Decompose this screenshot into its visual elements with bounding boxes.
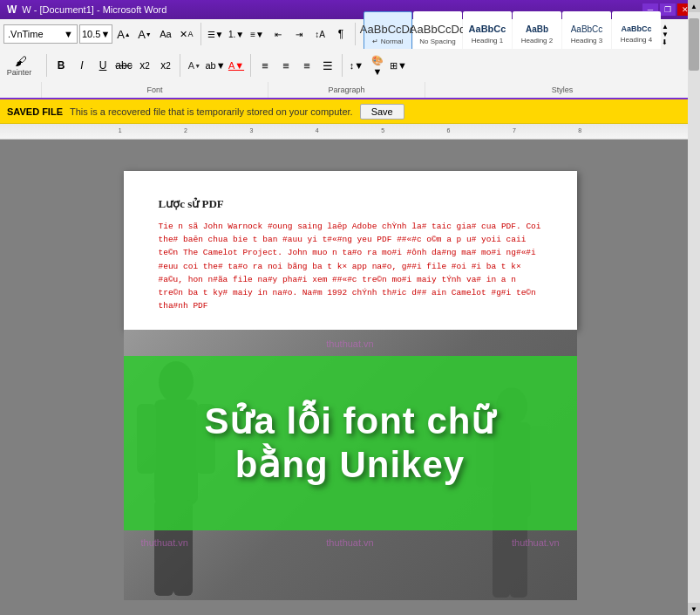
align-right-button[interactable]: ≡ [297, 56, 316, 75]
style-heading1-preview: AaBbCc [469, 24, 506, 35]
ribbon-row2: 🖌 Painter B I U abc x2 x2 A▼ ab▼ A▼ ≡ ≡ … [0, 49, 700, 82]
ribbon: .VnTime ▼ 10.5 ▼ A▲ A▼ Aa ✕A ☰▼ 1.▼ ≡▼ ⇤… [0, 19, 700, 99]
ribbon-labels-row: Font Paragraph Styles [0, 82, 700, 99]
document-page: Lược sử PDF Tie n sã John Warnock #oung … [124, 171, 577, 330]
style-heading3-label: Heading 3 [571, 37, 602, 44]
scrollbar-down-arrow[interactable]: ▼ [688, 603, 700, 615]
document-scroll[interactable]: Lược sử PDF Tie n sã John Warnock #oung … [0, 140, 700, 615]
multilevel-list-button[interactable]: ≡▼ [248, 24, 267, 44]
vertical-scrollbar[interactable]: ▲ ▼ [688, 140, 700, 615]
style-heading4-label: Heading 4 [621, 36, 652, 44]
style-heading1-label: Heading 1 [472, 37, 503, 44]
painter-group: 🖌 Painter [3, 54, 38, 77]
justify-button[interactable]: ☰ [318, 56, 337, 75]
decrease-indent-button[interactable]: ⇤ [268, 24, 288, 44]
ruler-numbers: 1 2 3 4 5 6 7 8 [0, 127, 700, 133]
ruler: ▼ 1 2 3 4 5 6 7 8 [0, 124, 700, 140]
banner-title-line1: Sửa lỗi font chữ [204, 400, 495, 443]
style-no-spacing-label: No Spacing [419, 38, 455, 45]
app-icon: W [7, 3, 17, 16]
styles-up-arrow[interactable]: ▲ [662, 23, 674, 31]
styles-more-arrow[interactable]: ⬇ [662, 38, 674, 46]
bullets-button[interactable]: ☰▼ [206, 24, 225, 44]
text-effects-button[interactable]: A▼ [185, 56, 204, 75]
infobar-label: SAVED FILE [7, 106, 63, 117]
shading-button[interactable]: 🎨▼ [368, 56, 387, 75]
font-shrink-button[interactable]: A▼ [135, 24, 154, 44]
increase-indent-button[interactable]: ⇥ [289, 24, 309, 44]
numbering-button[interactable]: 1.▼ [227, 24, 246, 44]
highlight-color-button[interactable]: ab▼ [206, 56, 225, 75]
strikethrough-button[interactable]: abc [114, 56, 133, 75]
watermark-bottom-left: thuthuat.vn [141, 537, 188, 548]
green-overlay: Sửa lỗi font chữ bằng Unikey [124, 356, 577, 530]
styles-down-arrow[interactable]: ▼ [662, 31, 674, 38]
font-name-dropdown[interactable]: .VnTime ▼ [3, 24, 78, 44]
font-size-arrow: ▼ [100, 29, 110, 39]
sep-painter [46, 54, 47, 77]
ribbon-row1: .VnTime ▼ 10.5 ▼ A▲ A▼ Aa ✕A ☰▼ 1.▼ ≡▼ ⇤… [0, 19, 700, 49]
underline-button[interactable]: U [93, 56, 112, 75]
label-font: Font [42, 82, 268, 98]
style-heading3-preview: AaBbCc [571, 24, 603, 35]
watermark-bottom-right: thuthuat.vn [512, 537, 559, 548]
borders-button[interactable]: ⊞▼ [389, 56, 408, 75]
superscript-button[interactable]: x2 [156, 56, 175, 75]
document-title: Lược sử PDF [159, 197, 542, 211]
painter-label: Painter [2, 68, 37, 77]
sep-color [250, 54, 251, 77]
font-color-button[interactable]: A▼ [227, 56, 246, 75]
banner-title-line2: bằng Unikey [235, 443, 465, 487]
bold-button[interactable]: B [51, 56, 71, 75]
label-paragraph: Paragraph [268, 82, 425, 98]
italic-button[interactable]: I [72, 56, 92, 75]
banner: Sửa lỗi font chữ bằng Unikey thuthuat.vn… [124, 330, 577, 600]
show-formatting-button[interactable]: ¶ [331, 24, 350, 44]
separator2 [355, 23, 356, 45]
font-size-value: 10.5 [82, 29, 100, 39]
infobar-text: This is a recovered file that is tempora… [70, 106, 353, 117]
label-clipboard [0, 82, 42, 98]
style-heading4-preview: AaBbCc [621, 24, 651, 34]
document-background: Lược sử PDF Tie n sã John Warnock #oung … [0, 140, 700, 615]
separator1 [200, 23, 201, 45]
style-normal-preview: AaBbCcDd [360, 23, 416, 37]
line-spacing-button[interactable]: ↕▼ [347, 56, 366, 75]
clear-format-button[interactable]: ✕A [177, 24, 196, 44]
sort-button[interactable]: ↕A [310, 24, 330, 44]
font-grow-button[interactable]: A▲ [114, 24, 133, 44]
sep-font-format [180, 54, 180, 77]
format-painter-button[interactable]: 🖌 [15, 54, 27, 68]
document-paragraph: Tie n sã John Warnock #oung saing laẽp A… [159, 220, 542, 312]
styles-scroll-arrows[interactable]: ▲ ▼ ⬇ [662, 21, 674, 48]
app-window: W W - [Document1] - Microsoft Word ─ ❐ ✕… [0, 0, 700, 615]
infobar-save-button[interactable]: Save [360, 104, 404, 120]
style-no-spacing-preview: AaBbCcDd [410, 23, 466, 37]
info-bar: SAVED FILE This is a recovered file that… [0, 99, 700, 124]
subscript-button[interactable]: x2 [135, 56, 154, 75]
watermark-top: thuthuat.vn [326, 338, 373, 349]
font-name-arrow: ▼ [64, 29, 73, 39]
label-styles: Styles [425, 82, 700, 98]
align-left-button[interactable]: ≡ [255, 56, 275, 75]
document-content[interactable]: Tie n sã John Warnock #oung saing laẽp A… [159, 220, 542, 312]
style-heading2-preview: AaBb [526, 24, 548, 35]
style-normal-label: ↵ Normal [372, 38, 403, 45]
title-bar-text: W - [Document1] - Microsoft Word [22, 4, 167, 15]
font-size-dropdown[interactable]: 10.5 ▼ [79, 24, 112, 44]
document-area: Lược sử PDF Tie n sã John Warnock #oung … [0, 140, 700, 615]
style-heading2-label: Heading 2 [521, 37, 553, 44]
sep-align [342, 54, 343, 77]
watermark-bottom-center: thuthuat.vn [326, 537, 373, 548]
change-case-button[interactable]: Aa [156, 24, 175, 44]
font-name-value: .VnTime [8, 29, 44, 39]
align-center-button[interactable]: ≡ [276, 56, 296, 75]
